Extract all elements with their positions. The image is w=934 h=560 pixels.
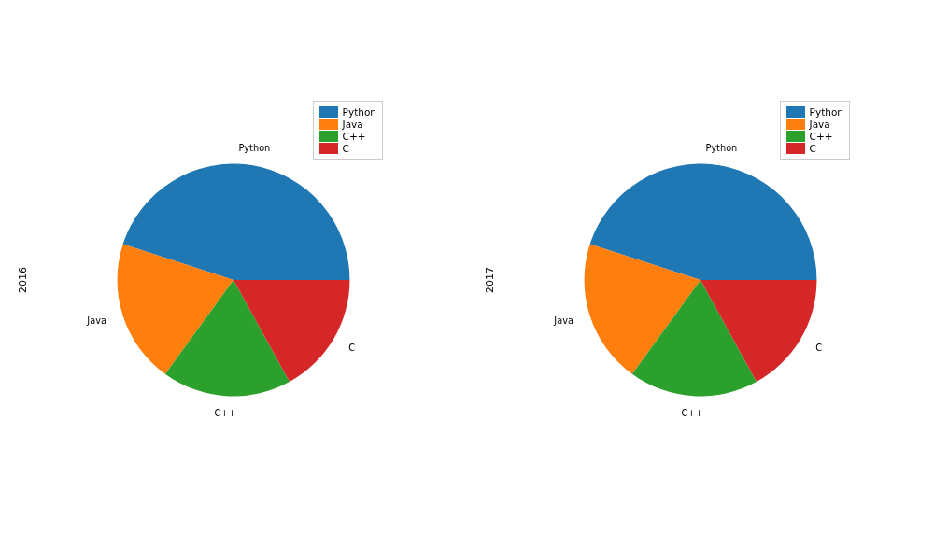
chart-2017: 2017 PythonJavaC++C PythonJavaC++C (495, 75, 906, 485)
legend-swatch (786, 119, 805, 130)
legend-swatch (786, 131, 805, 142)
slice-label-cpp: C++ (681, 408, 702, 418)
pie-svg-2017: PythonJavaC++C (551, 131, 850, 429)
legend-label: Java (810, 119, 830, 130)
legend-item-cpp: C++ (786, 131, 843, 142)
legend-label: C (343, 143, 349, 154)
legend-item-python: Python (786, 106, 843, 118)
legend-swatch (786, 143, 805, 154)
legend-swatch (319, 106, 338, 118)
slice-label-java: Java (86, 315, 106, 326)
legend-2017: PythonJavaC++C (780, 101, 850, 160)
legend-item-c: C (786, 143, 843, 154)
chart-ylabel-2016: 2016 (17, 267, 29, 293)
chart-2016: 2016 PythonJavaC++C PythonJavaC++C (28, 75, 439, 485)
legend-item-c: C (319, 143, 376, 154)
legend-item-python: Python (319, 106, 376, 118)
legend-swatch (319, 131, 338, 142)
legend-label: C++ (810, 131, 833, 142)
slice-label-cpp: C++ (214, 408, 235, 418)
slice-label-c: C (348, 343, 355, 353)
slice-label-java: Java (553, 315, 573, 326)
slice-label-python: Python (705, 143, 737, 153)
legend-label: Python (810, 106, 843, 118)
pie-svg-2016: PythonJavaC++C (84, 131, 383, 429)
legend-label: C (810, 143, 816, 154)
legend-swatch (786, 106, 805, 118)
legend-label: C++ (343, 131, 366, 142)
legend-item-java: Java (319, 119, 376, 130)
slice-label-python: Python (238, 143, 270, 153)
charts-container: 2016 PythonJavaC++C PythonJavaC++C 2017 … (0, 0, 934, 560)
legend-label: Java (343, 119, 363, 130)
legend-swatch (319, 119, 338, 130)
slice-label-c: C (815, 343, 822, 353)
legend-2016: PythonJavaC++C (313, 101, 383, 160)
chart-ylabel-2017: 2017 (484, 267, 496, 293)
legend-item-java: Java (786, 119, 843, 130)
legend-item-cpp: C++ (319, 131, 376, 142)
legend-label: Python (343, 106, 376, 118)
legend-swatch (319, 143, 338, 154)
